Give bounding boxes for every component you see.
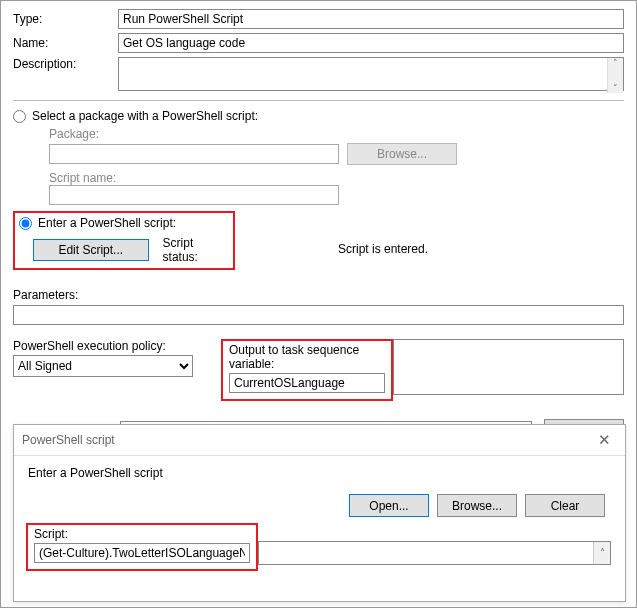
parameters-field[interactable] — [13, 305, 624, 325]
edit-script-button[interactable]: Edit Script... — [33, 239, 149, 261]
radio-enter-script[interactable] — [19, 217, 32, 230]
policy-label: PowerShell execution policy: — [13, 339, 193, 353]
close-icon[interactable]: ✕ — [592, 431, 617, 449]
script-status-label: Script status: — [163, 236, 229, 264]
script-status-value: Script is entered. — [338, 242, 428, 256]
dialog-title: PowerShell script — [22, 433, 115, 447]
description-field[interactable] — [118, 57, 624, 91]
radio-select-package[interactable] — [13, 110, 26, 123]
powershell-script-dialog: PowerShell script ✕ Enter a PowerShell s… — [13, 424, 626, 602]
scrollbar[interactable]: ˄˅ — [607, 58, 623, 93]
description-label: Description: — [13, 57, 118, 71]
parameters-label: Parameters: — [13, 288, 624, 302]
script-textarea-extend[interactable]: ˄ — [258, 541, 611, 565]
open-button[interactable]: Open... — [349, 494, 429, 517]
radio-enter-script-label: Enter a PowerShell script: — [38, 216, 176, 230]
dialog-browse-button[interactable]: Browse... — [437, 494, 517, 517]
scriptname-label: Script name: — [49, 171, 624, 185]
separator — [13, 100, 624, 101]
package-field — [49, 144, 339, 164]
package-label: Package: — [49, 127, 624, 141]
output-field-extend[interactable] — [393, 339, 624, 395]
output-field[interactable] — [229, 373, 385, 393]
radio-select-package-label: Select a package with a PowerShell scrip… — [32, 109, 258, 123]
script-textarea[interactable] — [34, 543, 250, 563]
type-label: Type: — [13, 12, 118, 26]
name-label: Name: — [13, 36, 118, 50]
clear-button[interactable]: Clear — [525, 494, 605, 517]
scroll-up-icon[interactable]: ˄ — [593, 542, 610, 564]
policy-select[interactable]: All Signed — [13, 355, 193, 377]
type-field[interactable] — [118, 9, 624, 29]
dialog-instruction: Enter a PowerShell script — [28, 466, 611, 480]
scriptname-field — [49, 185, 339, 205]
package-browse-button: Browse... — [347, 143, 457, 165]
name-field[interactable] — [118, 33, 624, 53]
script-label: Script: — [34, 527, 250, 541]
output-label: Output to task sequence variable: — [229, 343, 385, 371]
